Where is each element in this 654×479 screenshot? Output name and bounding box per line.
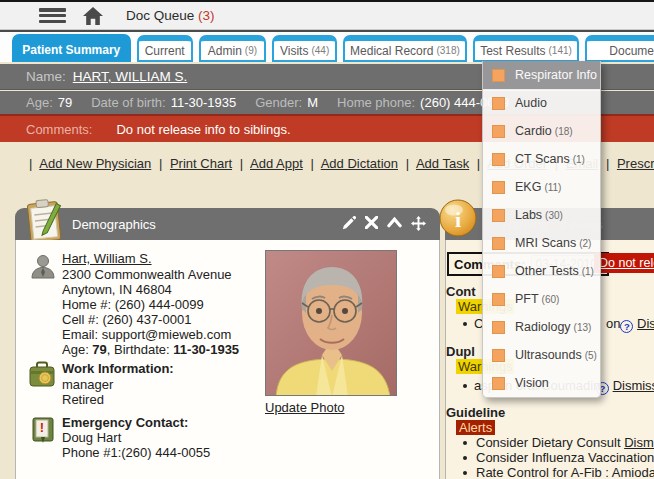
menu-item-count: (2): [579, 238, 591, 249]
orange-square-icon: [492, 349, 505, 362]
gender-label: Gender:: [255, 95, 302, 110]
address-line1: 2300 Commonwealth Avenue: [62, 267, 232, 282]
menu-item-label: MRI Scans: [515, 236, 576, 250]
tab-admin[interactable]: Admin (9): [199, 35, 266, 62]
menu-item-cardio[interactable]: Cardio (18): [483, 117, 600, 145]
move-handle-icon[interactable]: [411, 216, 426, 231]
close-x-icon[interactable]: [365, 216, 378, 229]
doc-queue-count: (3): [198, 8, 215, 23]
orange-square-icon: [492, 377, 505, 390]
doc-queue-label: Doc Queue: [126, 8, 194, 23]
menu-item-ct-scans[interactable]: CT Scans (1): [483, 145, 600, 173]
link-separator: |: [477, 156, 480, 171]
tab-label: Medical Record: [350, 44, 433, 58]
menu-item-other-tests[interactable]: Other Tests (1): [483, 257, 600, 285]
patient-name-detail-link[interactable]: Hart, William S.: [62, 251, 152, 266]
menu-item-label: Other Tests: [515, 264, 579, 278]
tab-current[interactable]: Current: [137, 35, 193, 62]
tab-label: Patient Summary: [22, 43, 120, 57]
menu-item-count: (1): [582, 266, 594, 277]
menu-item-count: (11): [544, 182, 561, 193]
age-value: 79: [92, 342, 106, 357]
dismiss-link-2[interactable]: Dismiss: [613, 378, 654, 393]
guideline-item-1: Consider Dietary Consult Dismiss: [476, 435, 654, 450]
link-separator: |: [406, 156, 409, 171]
contraindications-heading: Cont: [446, 284, 476, 299]
tab-label: Current: [145, 44, 185, 58]
link-separator: |: [310, 156, 313, 171]
menu-item-count: (13): [574, 322, 592, 333]
menu-item-pft[interactable]: PFT (60): [483, 285, 600, 313]
home-phone-label: Home phone:: [337, 95, 415, 110]
menu-item-mri-scans[interactable]: MRI Scans (2): [483, 229, 600, 257]
patient-name-link[interactable]: HART, WILLIAM S.: [73, 69, 188, 84]
edit-pencil-icon[interactable]: [341, 216, 356, 231]
menu-item-label: Labs: [515, 208, 542, 222]
tab-test-results[interactable]: Test Results (141): [473, 35, 580, 62]
emergency-contact-name: Doug Hart: [62, 430, 121, 445]
menu-item-label: EKG: [515, 180, 541, 194]
add-appt-link[interactable]: Add Appt: [250, 156, 303, 171]
work-briefcase-icon: [28, 361, 56, 388]
add-dictation-link[interactable]: Add Dictation: [321, 156, 398, 171]
svg-text:i: i: [455, 207, 461, 232]
tab-visits[interactable]: Visits (44): [272, 35, 337, 62]
emergency-contact-title: Emergency Contact:: [62, 415, 188, 430]
work-line-retired: Retired: [62, 392, 104, 407]
tab-label: Test Results: [480, 44, 545, 58]
comments-label: Comments:: [26, 122, 92, 137]
tab-patient-summary[interactable]: Patient Summary: [12, 34, 131, 62]
clipboard-icon: [22, 197, 66, 245]
menu-item-respirator-info[interactable]: Respirator Info: [483, 61, 600, 89]
age-birthdate-line: Age: 79, Birthdate: 11-30-1935: [62, 342, 239, 357]
hamburger-menu-icon[interactable]: [39, 8, 66, 23]
orange-square-icon: [492, 153, 505, 166]
home-icon[interactable]: [82, 6, 104, 26]
add-new-physician-link[interactable]: Add New Physician: [39, 156, 151, 171]
tab-count: (141): [549, 45, 572, 56]
guideline-heading: Guideline: [446, 405, 505, 420]
menu-item-count: (60): [542, 294, 560, 305]
tab-count: (44): [311, 45, 329, 56]
tab-medical-record[interactable]: Medical Record (318): [343, 35, 466, 62]
dismiss-link-3[interactable]: Dismiss: [624, 435, 654, 450]
work-line-manager: manager: [62, 377, 113, 392]
doc-queue-link[interactable]: Doc Queue (3): [126, 8, 215, 23]
top-bar: Doc Queue (3): [0, 2, 654, 30]
menu-item-ultrasounds[interactable]: Ultrasounds (5): [483, 341, 600, 369]
name-label: Name:: [26, 69, 66, 84]
question-help-icon[interactable]: ?: [620, 320, 633, 333]
collapse-chevron-up-icon[interactable]: [387, 216, 402, 229]
menu-item-vision[interactable]: Vision: [483, 369, 600, 397]
bullet-dot: [463, 322, 467, 326]
update-photo-link[interactable]: Update Photo: [265, 400, 345, 415]
svg-text:!: !: [40, 420, 44, 435]
menu-item-ekg[interactable]: EKG (11): [483, 173, 600, 201]
warning-item-2-end: ? Dismiss: [596, 378, 654, 395]
guideline-item-2: Consider Influenza Vaccination: [476, 450, 654, 465]
print-chart-link[interactable]: Print Chart: [170, 156, 232, 171]
cell-phone-line: Cell #: (260) 437-0001: [62, 312, 191, 327]
tab-documents[interactable]: Documents: [585, 35, 654, 62]
do-not-release-badge[interactable]: Do not release info to siblings.: [594, 253, 654, 273]
app-window: Doc Queue (3) Patient Summary Current Ad…: [0, 0, 654, 479]
orange-square-icon: [492, 265, 505, 278]
menu-item-label: Ultrasounds: [515, 348, 582, 362]
tab-count: (9): [245, 45, 257, 56]
dob-label: Date of birth:: [91, 95, 165, 110]
menu-item-radiology[interactable]: Radiology (13): [483, 313, 600, 341]
link-separator: |: [29, 156, 32, 171]
test-results-dropdown-menu: Respirator Info Audio Cardio (18) CT Sca…: [482, 61, 601, 398]
add-task-link[interactable]: Add Task: [416, 156, 469, 171]
dismiss-link-1[interactable]: Dismiss: [637, 316, 654, 331]
menu-item-audio[interactable]: Audio: [483, 89, 600, 117]
menu-item-count: (5): [585, 350, 597, 361]
alerts-tag: Alerts: [456, 420, 495, 435]
orange-square-icon: [492, 293, 505, 306]
menu-item-labs[interactable]: Labs (30): [483, 201, 600, 229]
home-phone-line: Home #: (260) 444-0099: [62, 297, 204, 312]
prescribe-link[interactable]: Prescribe: [617, 156, 654, 171]
orange-square-icon: [492, 97, 505, 110]
tab-label: Admin: [208, 44, 242, 58]
orange-square-icon: [492, 209, 505, 222]
